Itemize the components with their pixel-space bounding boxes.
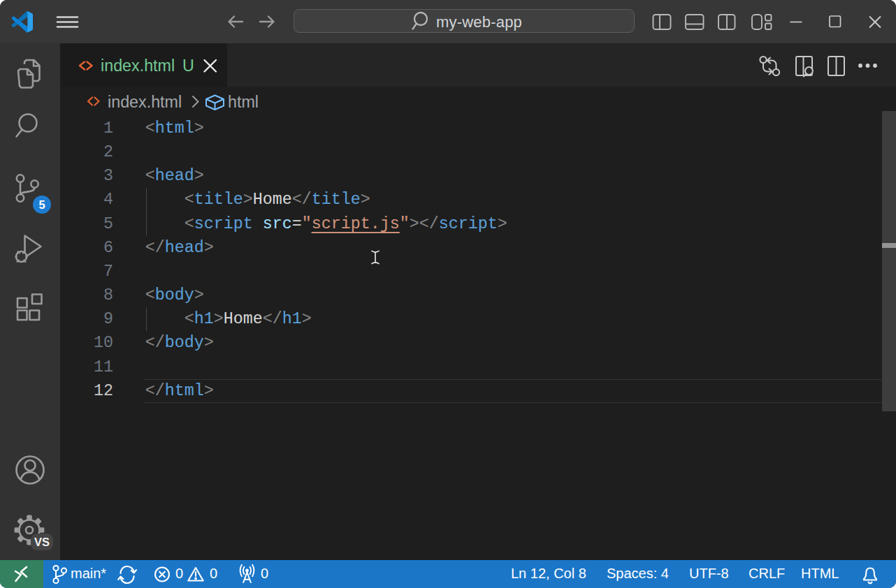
svg-text:VS: VS xyxy=(34,536,50,548)
svg-text:5: 5 xyxy=(38,198,45,211)
